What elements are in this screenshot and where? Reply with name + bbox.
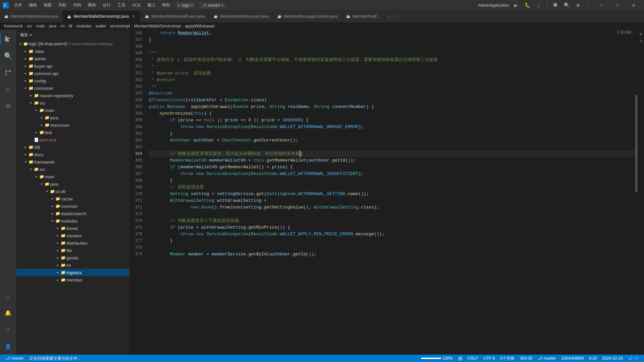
menu-run[interactable]: 运行 xyxy=(100,2,113,9)
minimize-button[interactable]: ─ xyxy=(594,0,609,11)
activity-source-control[interactable] xyxy=(0,65,16,81)
status-encoding[interactable]: UTF-8 xyxy=(481,355,497,362)
tree-consumer-java[interactable]: 📁 java xyxy=(16,114,130,121)
project-switcher[interactable]: L logic ▾ xyxy=(175,2,196,8)
status-analysis[interactable]: 正在扫描要建立索引的文件... xyxy=(26,355,84,362)
close-button[interactable]: ✕ xyxy=(626,0,641,11)
translate-button[interactable]: 译 xyxy=(550,1,560,10)
status-memory[interactable]: 1004/4096M xyxy=(558,355,586,362)
code-content[interactable]: return MemberWallet; } /** * 提现方法 1、提现申请… xyxy=(148,30,635,355)
breadcrumb-src[interactable]: src xyxy=(27,24,32,28)
activity-extensions[interactable]: ⧉ xyxy=(0,98,16,114)
branch-switcher[interactable]: ⎇ master ▾ xyxy=(200,2,226,8)
tab-member-red-e[interactable]: ☕ MemberRedE... xyxy=(342,11,385,22)
activity-explorer[interactable] xyxy=(0,31,16,47)
tree-consumer-resources[interactable]: 📁 resources xyxy=(16,121,130,129)
tree-cn-lili[interactable]: 📁 cn.lili xyxy=(16,188,130,195)
more-tabs-button[interactable]: ⌄ xyxy=(385,11,393,22)
breadcrumb-serviceimpl[interactable]: serviceimpl xyxy=(110,24,130,28)
tree-file[interactable]: 📁 file xyxy=(16,247,130,254)
activity-run-debug[interactable]: ▷ xyxy=(0,81,16,98)
tab-options-button[interactable]: ⋮ xyxy=(393,11,402,22)
tree-consumer[interactable]: 📁 consumer xyxy=(16,84,130,92)
tree-distribution[interactable]: 📁 distribution xyxy=(16,239,130,247)
activity-account[interactable]: 👤 xyxy=(0,339,16,355)
menu-tools[interactable]: 工具 xyxy=(115,2,128,9)
tree-consumer-src[interactable]: 📁 src xyxy=(16,99,130,107)
debug-button[interactable]: 🐛 xyxy=(523,1,532,10)
code-area[interactable]: 正在分析... 346 347 348 349 350 351 352 353 … xyxy=(130,30,637,355)
breadcrumb-framework[interactable]: framework xyxy=(4,24,23,28)
tree-config[interactable]: 📁 config xyxy=(16,77,130,84)
settings-button[interactable]: ⚙ xyxy=(573,1,583,10)
tree-docs[interactable]: 📁 docs xyxy=(16,151,130,158)
breadcrumb-lili[interactable]: lili xyxy=(69,24,72,28)
tree-im[interactable]: 📁 im xyxy=(16,261,130,269)
activity-help[interactable]: ? xyxy=(0,322,16,338)
tree-member[interactable]: 📁 member xyxy=(16,276,130,284)
tree-common-api[interactable]: 📁 common-api xyxy=(16,70,130,77)
breadcrumb-main[interactable]: main xyxy=(36,24,45,28)
menu-file[interactable]: 文件 xyxy=(11,2,25,9)
menu-view[interactable]: 视图 xyxy=(41,2,54,9)
tree-framework-main[interactable]: 📁 main xyxy=(16,173,130,180)
tree-pom-xml[interactable]: 📄 pom.xml xyxy=(16,136,130,143)
breadcrumb-class[interactable]: MemberWalletServiceImpl xyxy=(134,24,181,28)
activity-problems[interactable]: ⚠ xyxy=(0,288,16,304)
right-panel-icon2[interactable]: ⊟ xyxy=(638,38,644,43)
tree-goods[interactable]: 📁 goods xyxy=(16,254,130,261)
activity-search[interactable]: 🔍 xyxy=(0,48,16,64)
tree-maven-repository[interactable]: 📁 maven-repository xyxy=(16,92,130,99)
maximize-button[interactable]: □ xyxy=(610,0,625,11)
tab-close-button[interactable]: ✕ xyxy=(131,14,136,19)
scrollbar-thumb[interactable] xyxy=(635,95,637,192)
tab-member-wallet-service[interactable]: ☕ MemberWalletService.java xyxy=(0,11,63,22)
activity-notifications[interactable]: 🔔 xyxy=(0,305,16,321)
tree-item-label: distribution xyxy=(66,241,88,246)
tree-logistics[interactable]: 📁 logistics xyxy=(16,269,130,276)
menu-code[interactable]: 代码 xyxy=(70,2,84,9)
menu-vcs[interactable]: VCS xyxy=(129,2,143,8)
tree-breed[interactable]: 📁 breed xyxy=(16,225,130,232)
breadcrumb-method[interactable]: applyWithdrawal xyxy=(185,24,214,28)
tree-admin[interactable]: 📁 admin xyxy=(16,55,130,62)
menu-help[interactable]: 帮助 xyxy=(159,2,173,9)
right-panel-icon[interactable]: ⊞ xyxy=(638,31,644,37)
status-branch[interactable]: ⎇ master xyxy=(3,355,26,362)
search-button[interactable]: 🔍 xyxy=(562,1,571,10)
tab-member-wallet-service-impl[interactable]: ☕ MemberWalletServiceImpl.java ✕ xyxy=(63,11,141,22)
menu-edit[interactable]: 编辑 xyxy=(26,2,40,9)
menu-window[interactable]: 窗口 xyxy=(145,2,158,9)
breadcrumb-modules[interactable]: modules xyxy=(76,24,91,28)
tree-modules[interactable]: 📁 modules xyxy=(16,217,130,225)
status-git-branch[interactable]: ⎇ master xyxy=(535,355,559,362)
tab-member-wallet-execute[interactable]: ☕ MemberWalletExecute.java xyxy=(209,11,273,22)
status-crlf[interactable]: CRLF xyxy=(465,355,481,362)
breadcrumb-cn[interactable]: cn xyxy=(60,24,65,28)
breadcrumb-wallet[interactable]: wallet xyxy=(96,24,106,28)
menu-refactor[interactable]: 重构 xyxy=(85,2,99,9)
menu-navigate[interactable]: 导航 xyxy=(56,2,69,9)
tree-framework[interactable]: 📁 framework xyxy=(16,158,130,166)
tab-member-withdrawal-event[interactable]: ☕ MemberWithdrawalEvent.java xyxy=(141,11,209,22)
code-line-367: throw new ServiceException(ResultCode.WA… xyxy=(149,171,635,177)
breadcrumb-java[interactable]: java xyxy=(49,24,56,28)
tree-buyer-api[interactable]: 📁 buyer-api xyxy=(16,62,130,70)
status-indent[interactable]: 2个空格 xyxy=(497,355,517,362)
status-progress[interactable]: 100% xyxy=(418,355,455,362)
tree-framework-java[interactable]: 📁 java xyxy=(16,180,130,188)
more-options-button[interactable]: ⋮ xyxy=(534,1,543,10)
tree-common[interactable]: 📁 common xyxy=(16,202,130,210)
tree-cache[interactable]: 📁 cache xyxy=(16,195,130,202)
tree-connect[interactable]: 📁 connect xyxy=(16,232,130,239)
tree-idea[interactable]: 📁 .idea xyxy=(16,48,130,55)
tree-consumer-test[interactable]: 📁 test xyxy=(16,129,130,136)
tree-root[interactable]: 📁 logic [lili-shop-parent] F:\work\mall\… xyxy=(16,40,130,48)
tree-framework-src[interactable]: 📁 src xyxy=(16,166,130,173)
tree-db[interactable]: 📁 DB xyxy=(16,143,130,151)
status-position[interactable]: 364:38 xyxy=(517,355,535,362)
tab-member-message-listener[interactable]: ☕ MemberMessageListener.java xyxy=(273,11,342,22)
run-button[interactable]: ▶ xyxy=(511,1,521,10)
tree-consumer-main[interactable]: 📁 main xyxy=(16,107,130,114)
tree-elasticsearch[interactable]: 📁 elasticsearch xyxy=(16,210,130,217)
